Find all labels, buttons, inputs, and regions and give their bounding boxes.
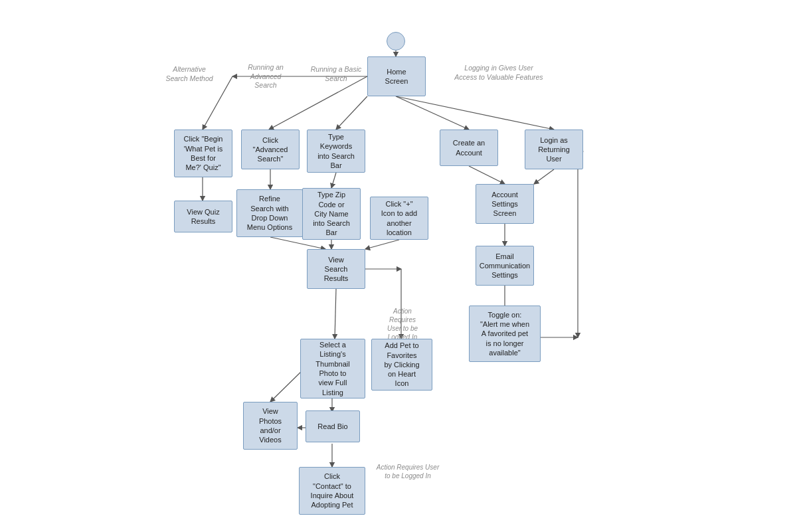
click-contact-node[interactable]: Click"Contact" toInquire AboutAdopting P…: [299, 467, 365, 515]
click-advanced-search-node[interactable]: Click"AdvancedSearch": [241, 130, 300, 169]
select-listing-node[interactable]: Select aListing'sThumbnailPhoto toview F…: [300, 339, 365, 399]
login-returning-node[interactable]: Login asReturningUser: [525, 130, 583, 169]
logging-in-label: Logging in Gives UserAccess to Valuable …: [436, 64, 562, 82]
alt-search-label: AlternativeSearch Method: [153, 65, 226, 83]
email-communication-node[interactable]: EmailCommunicationSettings: [476, 246, 534, 286]
entry-circle: [387, 32, 405, 50]
view-quiz-results-node[interactable]: View QuizResults: [174, 201, 232, 232]
action-requires-login-label-1: ActionRequiresUser to beLogged In: [369, 307, 436, 341]
toggle-alert-node[interactable]: Toggle on:"Alert me whenA favorited peti…: [469, 306, 541, 362]
read-bio-node[interactable]: Read Bio: [306, 410, 360, 442]
view-search-results-node[interactable]: ViewSearchResults: [307, 249, 365, 289]
add-favorites-node[interactable]: Add Pet toFavoritesby Clickingon HeartIc…: [371, 339, 432, 391]
running-basic-label: Running a BasicSearch: [303, 65, 369, 83]
click-begin-quiz-node[interactable]: Click "Begin'What Pet isBest forMe?' Qui…: [174, 130, 232, 177]
running-advanced-label: Running anAdvancedSearch: [232, 63, 299, 90]
refine-search-node[interactable]: RefineSearch withDrop DownMenu Options: [236, 189, 303, 237]
click-plus-node[interactable]: Click "+"Icon to addanotherlocation: [370, 197, 428, 240]
type-zip-node[interactable]: Type ZipCode orCity Nameinto SearchBar: [302, 188, 361, 240]
type-keywords-node[interactable]: TypeKeywordsinto SearchBar: [307, 130, 365, 173]
home-screen-node[interactable]: HomeScreen: [367, 56, 426, 96]
action-requires-login-label-2: Action Requires Userto be Logged In: [368, 463, 448, 480]
account-settings-node[interactable]: AccountSettingsScreen: [476, 184, 534, 224]
create-account-node[interactable]: Create anAccount: [440, 130, 498, 166]
view-photos-node[interactable]: ViewPhotosand/orVideos: [243, 402, 298, 450]
